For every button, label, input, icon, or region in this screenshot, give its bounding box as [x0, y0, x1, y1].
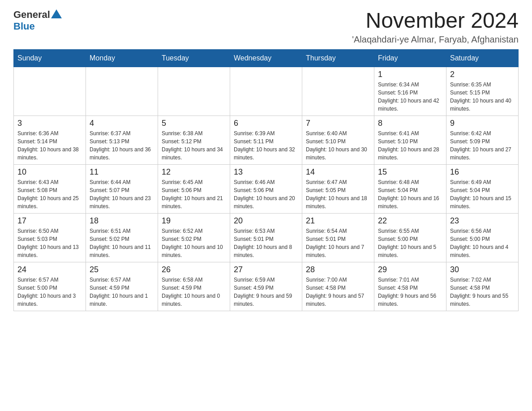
logo-triangle-icon [51, 9, 62, 18]
weekday-header-wednesday: Wednesday [230, 49, 302, 67]
day-info: Sunrise: 6:57 AM Sunset: 5:00 PM Dayligh… [17, 276, 82, 308]
calendar-cell: 23Sunrise: 6:56 AM Sunset: 5:00 PM Dayli… [446, 213, 519, 262]
calendar-cell [14, 67, 86, 116]
day-info: Sunrise: 6:46 AM Sunset: 5:06 PM Dayligh… [234, 178, 298, 210]
day-number: 5 [162, 119, 226, 128]
location-subtitle: 'Alaqahdari-ye Almar, Faryab, Afghanista… [352, 34, 519, 45]
page-header: General Blue November 2024 'Alaqahdari-y… [13, 9, 519, 45]
weekday-header-sunday: Sunday [14, 49, 86, 67]
day-number: 3 [17, 119, 82, 128]
calendar-week-row: 17Sunrise: 6:50 AM Sunset: 5:03 PM Dayli… [14, 213, 519, 262]
day-info: Sunrise: 6:35 AM Sunset: 5:15 PM Dayligh… [450, 81, 515, 113]
day-info: Sunrise: 6:51 AM Sunset: 5:02 PM Dayligh… [90, 227, 154, 259]
day-info: Sunrise: 6:40 AM Sunset: 5:10 PM Dayligh… [306, 129, 370, 162]
calendar-cell: 24Sunrise: 6:57 AM Sunset: 5:00 PM Dayli… [14, 262, 86, 311]
calendar-cell: 22Sunrise: 6:55 AM Sunset: 5:00 PM Dayli… [374, 213, 446, 262]
day-info: Sunrise: 6:55 AM Sunset: 5:00 PM Dayligh… [378, 227, 442, 259]
day-info: Sunrise: 6:37 AM Sunset: 5:13 PM Dayligh… [90, 129, 154, 162]
weekday-header-saturday: Saturday [446, 49, 519, 67]
day-number: 22 [378, 216, 442, 226]
calendar-cell: 11Sunrise: 6:44 AM Sunset: 5:07 PM Dayli… [86, 164, 158, 213]
weekday-header-tuesday: Tuesday [158, 49, 230, 67]
day-info: Sunrise: 7:02 AM Sunset: 4:58 PM Dayligh… [450, 276, 515, 308]
day-info: Sunrise: 6:45 AM Sunset: 5:06 PM Dayligh… [162, 178, 226, 210]
month-year-title: November 2024 [352, 9, 519, 33]
day-info: Sunrise: 6:52 AM Sunset: 5:02 PM Dayligh… [162, 227, 226, 259]
day-number: 21 [306, 216, 370, 226]
weekday-header-thursday: Thursday [302, 49, 374, 67]
day-number: 17 [17, 216, 82, 226]
calendar-cell: 9Sunrise: 6:42 AM Sunset: 5:09 PM Daylig… [446, 116, 519, 164]
calendar-cell: 30Sunrise: 7:02 AM Sunset: 4:58 PM Dayli… [446, 262, 519, 311]
calendar-week-row: 1Sunrise: 6:34 AM Sunset: 5:16 PM Daylig… [14, 67, 519, 116]
day-number: 4 [90, 119, 154, 128]
day-number: 12 [162, 167, 226, 177]
day-info: Sunrise: 6:53 AM Sunset: 5:01 PM Dayligh… [234, 227, 298, 259]
calendar-cell [302, 67, 374, 116]
day-number: 11 [90, 167, 154, 177]
day-number: 2 [450, 70, 515, 79]
calendar-cell: 17Sunrise: 6:50 AM Sunset: 5:03 PM Dayli… [14, 213, 86, 262]
calendar-table: SundayMondayTuesdayWednesdayThursdayFrid… [13, 49, 519, 311]
day-number: 30 [450, 265, 515, 274]
day-info: Sunrise: 6:34 AM Sunset: 5:16 PM Dayligh… [378, 81, 442, 113]
calendar-week-row: 10Sunrise: 6:43 AM Sunset: 5:08 PM Dayli… [14, 164, 519, 213]
day-info: Sunrise: 6:57 AM Sunset: 4:59 PM Dayligh… [90, 276, 154, 308]
day-number: 6 [234, 119, 298, 128]
calendar-cell: 2Sunrise: 6:35 AM Sunset: 5:15 PM Daylig… [446, 67, 519, 116]
calendar-cell: 14Sunrise: 6:47 AM Sunset: 5:05 PM Dayli… [302, 164, 374, 213]
calendar-cell: 4Sunrise: 6:37 AM Sunset: 5:13 PM Daylig… [86, 116, 158, 164]
day-number: 15 [378, 167, 442, 177]
day-number: 16 [450, 167, 515, 177]
day-number: 18 [90, 216, 154, 226]
calendar-cell: 13Sunrise: 6:46 AM Sunset: 5:06 PM Dayli… [230, 164, 302, 213]
logo-general: General [13, 9, 50, 21]
logo: General Blue [13, 9, 62, 32]
calendar-cell: 10Sunrise: 6:43 AM Sunset: 5:08 PM Dayli… [14, 164, 86, 213]
day-info: Sunrise: 6:44 AM Sunset: 5:07 PM Dayligh… [90, 178, 154, 210]
calendar-cell: 18Sunrise: 6:51 AM Sunset: 5:02 PM Dayli… [86, 213, 158, 262]
weekday-header-friday: Friday [374, 49, 446, 67]
calendar-cell [86, 67, 158, 116]
calendar-week-row: 3Sunrise: 6:36 AM Sunset: 5:14 PM Daylig… [14, 116, 519, 164]
calendar-cell: 6Sunrise: 6:39 AM Sunset: 5:11 PM Daylig… [230, 116, 302, 164]
day-info: Sunrise: 6:43 AM Sunset: 5:08 PM Dayligh… [17, 178, 82, 210]
day-number: 9 [450, 119, 515, 128]
day-info: Sunrise: 6:54 AM Sunset: 5:01 PM Dayligh… [306, 227, 370, 259]
weekday-header-row: SundayMondayTuesdayWednesdayThursdayFrid… [14, 49, 519, 67]
day-number: 28 [306, 265, 370, 274]
day-info: Sunrise: 6:59 AM Sunset: 4:59 PM Dayligh… [234, 276, 298, 308]
calendar-week-row: 24Sunrise: 6:57 AM Sunset: 5:00 PM Dayli… [14, 262, 519, 311]
calendar-cell: 16Sunrise: 6:49 AM Sunset: 5:04 PM Dayli… [446, 164, 519, 213]
day-info: Sunrise: 7:01 AM Sunset: 4:58 PM Dayligh… [378, 276, 442, 308]
calendar-cell: 3Sunrise: 6:36 AM Sunset: 5:14 PM Daylig… [14, 116, 86, 164]
calendar-cell: 21Sunrise: 6:54 AM Sunset: 5:01 PM Dayli… [302, 213, 374, 262]
day-number: 20 [234, 216, 298, 226]
day-info: Sunrise: 6:39 AM Sunset: 5:11 PM Dayligh… [234, 129, 298, 162]
day-number: 8 [378, 119, 442, 128]
calendar-cell: 19Sunrise: 6:52 AM Sunset: 5:02 PM Dayli… [158, 213, 230, 262]
day-number: 27 [234, 265, 298, 274]
logo-blue: Blue [13, 21, 35, 32]
weekday-header-monday: Monday [86, 49, 158, 67]
calendar-cell [158, 67, 230, 116]
day-info: Sunrise: 6:36 AM Sunset: 5:14 PM Dayligh… [17, 129, 82, 162]
calendar-cell: 5Sunrise: 6:38 AM Sunset: 5:12 PM Daylig… [158, 116, 230, 164]
calendar-cell: 29Sunrise: 7:01 AM Sunset: 4:58 PM Dayli… [374, 262, 446, 311]
day-number: 13 [234, 167, 298, 177]
calendar-cell: 25Sunrise: 6:57 AM Sunset: 4:59 PM Dayli… [86, 262, 158, 311]
day-info: Sunrise: 6:38 AM Sunset: 5:12 PM Dayligh… [162, 129, 226, 162]
day-info: Sunrise: 6:42 AM Sunset: 5:09 PM Dayligh… [450, 129, 515, 162]
day-number: 24 [17, 265, 82, 274]
calendar-cell: 20Sunrise: 6:53 AM Sunset: 5:01 PM Dayli… [230, 213, 302, 262]
day-number: 23 [450, 216, 515, 226]
title-block: November 2024 'Alaqahdari-ye Almar, Fary… [352, 9, 519, 45]
day-info: Sunrise: 6:48 AM Sunset: 5:04 PM Dayligh… [378, 178, 442, 210]
day-number: 19 [162, 216, 226, 226]
calendar-cell: 12Sunrise: 6:45 AM Sunset: 5:06 PM Dayli… [158, 164, 230, 213]
day-info: Sunrise: 6:49 AM Sunset: 5:04 PM Dayligh… [450, 178, 515, 210]
day-number: 14 [306, 167, 370, 177]
calendar-cell: 8Sunrise: 6:41 AM Sunset: 5:10 PM Daylig… [374, 116, 446, 164]
calendar-cell: 15Sunrise: 6:48 AM Sunset: 5:04 PM Dayli… [374, 164, 446, 213]
day-number: 29 [378, 265, 442, 274]
